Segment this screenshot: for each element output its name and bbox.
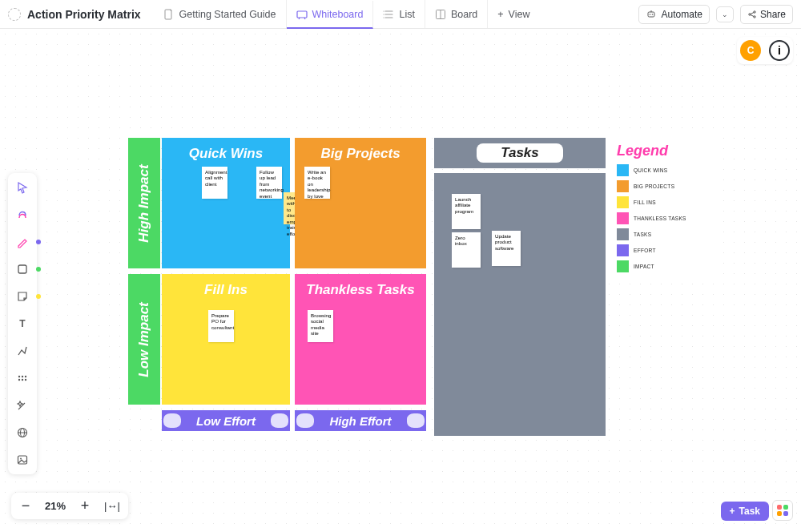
zoom-value[interactable]: 21% xyxy=(45,500,66,512)
legend-label: TASKS xyxy=(634,232,651,237)
presence-panel: C i xyxy=(737,37,793,64)
svg-rect-11 xyxy=(18,265,26,273)
tool-ai[interactable] xyxy=(11,204,34,226)
app-dot xyxy=(783,511,788,516)
svg-rect-0 xyxy=(165,10,171,19)
tab-getting-started[interactable]: Getting Started Guide xyxy=(154,0,287,28)
legend-panel: Legend QUICK WINS BIG PROJECTS FILL INS … xyxy=(609,138,719,279)
page-title: Action Priority Matrix xyxy=(27,8,141,21)
tool-select[interactable] xyxy=(11,176,34,199)
axis-label: High Effort xyxy=(329,414,391,428)
tool-shape[interactable] xyxy=(11,258,34,280)
legend-label: BIG PROJECTS xyxy=(634,183,674,189)
sticky-note[interactable]: Zero inbox xyxy=(452,232,481,268)
avatar[interactable]: C xyxy=(740,40,761,61)
legend-swatch xyxy=(617,164,629,176)
svg-rect-4 xyxy=(648,12,654,17)
tool-image[interactable] xyxy=(11,449,34,471)
doc-icon xyxy=(163,9,175,20)
plus-icon: + xyxy=(497,9,503,20)
legend-item: QUICK WINS xyxy=(617,162,711,178)
svg-point-6 xyxy=(651,14,653,15)
sticky-note[interactable]: Alignment call with client xyxy=(202,167,227,199)
share-button[interactable]: Share xyxy=(740,5,793,24)
tab-list[interactable]: List xyxy=(373,0,425,28)
legend-item: BIG PROJECTS xyxy=(617,178,711,194)
matrix-board: High Impact Low Impact Quick Wins Alignm… xyxy=(128,138,721,434)
legend-label: FILL INS xyxy=(634,200,656,205)
tool-web[interactable] xyxy=(11,421,34,444)
sticky-note[interactable]: Prepare PO for consultant xyxy=(208,310,234,342)
new-task-button[interactable]: + Task xyxy=(721,502,769,521)
tasks-panel[interactable]: Launch affiliate program Zero inbox Upda… xyxy=(434,173,606,436)
sticky-note[interactable]: Write an e-book on leadership by love xyxy=(304,167,330,199)
legend-swatch xyxy=(617,260,629,272)
tab-label: Board xyxy=(451,9,477,20)
svg-point-17 xyxy=(22,379,23,381)
sticky-note[interactable]: Browsing social media site xyxy=(308,310,333,342)
quadrant-title: Big Projects xyxy=(295,138,426,165)
quadrant-fill-ins[interactable]: Fill Ins Prepare PO for consultant xyxy=(162,274,290,405)
legend-swatch xyxy=(617,212,629,224)
sticky-note[interactable]: Update product software xyxy=(492,231,521,266)
automate-button[interactable]: Automate xyxy=(638,5,710,24)
legend-item: FILL INS xyxy=(617,194,711,210)
legend-item: EFFORT xyxy=(617,242,711,258)
tab-label: Getting Started Guide xyxy=(179,9,276,20)
legend-item: IMPACT xyxy=(617,258,711,274)
legend-title: Legend xyxy=(617,143,711,162)
tab-label: Whiteboard xyxy=(312,9,364,20)
robot-icon xyxy=(646,9,657,20)
tool-sticky[interactable] xyxy=(11,285,34,308)
board-icon xyxy=(435,9,446,20)
legend-item: TASKS xyxy=(617,226,711,242)
legend-label: QUICK WINS xyxy=(634,167,667,173)
list-icon xyxy=(383,9,394,20)
info-button[interactable]: i xyxy=(769,40,790,61)
zoom-in-button[interactable]: + xyxy=(78,498,91,514)
quadrant-thankless[interactable]: Thankless Tasks Browsing social media si… xyxy=(295,274,426,405)
chevron-down-icon: ⌄ xyxy=(722,10,728,18)
task-button-label: Task xyxy=(739,506,760,517)
apps-button[interactable] xyxy=(772,500,793,521)
automate-label: Automate xyxy=(662,9,702,20)
tab-label: List xyxy=(399,9,414,20)
tool-color-indicator xyxy=(36,240,41,244)
plus-icon: + xyxy=(730,506,735,517)
tool-text[interactable]: T xyxy=(11,312,34,335)
axis-high-impact: High Impact xyxy=(128,138,160,268)
zoom-controls: − 21% + |↔| xyxy=(11,493,128,519)
automate-dropdown[interactable]: ⌄ xyxy=(716,6,734,22)
page-icon xyxy=(8,8,21,21)
sticky-note[interactable]: Follow up lead from networking event xyxy=(256,167,282,199)
title-area: Action Priority Matrix xyxy=(8,8,151,21)
svg-text:T: T xyxy=(19,318,26,329)
svg-point-13 xyxy=(18,376,20,377)
legend-swatch xyxy=(617,196,629,208)
quadrant-big-projects[interactable]: Big Projects Write an e-book on leadersh… xyxy=(295,138,426,268)
legend-label: EFFORT xyxy=(634,248,656,253)
tool-pen[interactable] xyxy=(11,231,34,253)
sticky-note[interactable]: Launch affiliate program xyxy=(452,194,481,229)
legend-swatch xyxy=(617,244,629,256)
fit-to-screen-button[interactable]: |↔| xyxy=(104,500,120,512)
zoom-out-button[interactable]: − xyxy=(19,498,32,514)
app-dot xyxy=(777,505,782,510)
tool-magic[interactable] xyxy=(11,394,34,417)
whiteboard-canvas[interactable]: C i T High Impact Low Impact Quick Wins … xyxy=(0,29,801,532)
left-toolbar: T xyxy=(8,173,37,474)
tab-whiteboard[interactable]: Whiteboard xyxy=(287,1,374,29)
tool-more[interactable] xyxy=(11,367,34,389)
tab-board[interactable]: Board xyxy=(425,0,488,28)
add-view-button[interactable]: + View xyxy=(488,9,539,20)
add-view-label: View xyxy=(509,9,530,20)
tool-connector[interactable] xyxy=(11,340,34,362)
info-icon: i xyxy=(778,44,781,57)
share-icon xyxy=(747,10,757,19)
fit-icon: |↔| xyxy=(104,500,120,512)
svg-point-14 xyxy=(22,376,23,377)
axis-high-effort: High Effort xyxy=(295,410,426,431)
quadrant-quick-wins[interactable]: Quick Wins Alignment call with client Fo… xyxy=(162,138,290,268)
share-label: Share xyxy=(760,9,786,20)
tool-color-indicator xyxy=(36,267,41,272)
